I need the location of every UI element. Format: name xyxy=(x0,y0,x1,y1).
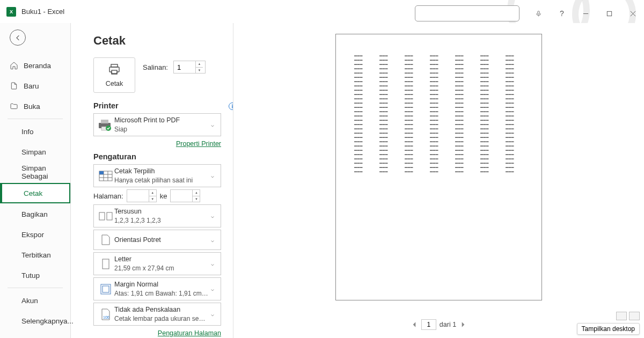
copies-label: Salinan: xyxy=(143,63,168,71)
show-desktop-button[interactable]: Tampilkan desktop xyxy=(577,323,640,335)
pages-from-input[interactable]: ▲▼ xyxy=(127,189,157,202)
maximize-button[interactable] xyxy=(604,9,614,18)
orientation-dropdown[interactable]: Orientasi Potret ⌵ xyxy=(93,230,221,250)
prev-page-button[interactable] xyxy=(411,321,418,328)
svg-rect-0 xyxy=(537,11,539,14)
sidebar-item-more[interactable]: Selengkapnya... xyxy=(0,311,70,331)
print-button[interactable]: Cetak xyxy=(93,57,135,93)
svg-rect-21 xyxy=(103,286,109,292)
minimize-button[interactable] xyxy=(581,9,590,18)
svg-rect-6 xyxy=(112,70,117,74)
sidebar-item-save[interactable]: Simpan xyxy=(0,142,70,162)
zoom-controls[interactable] xyxy=(616,312,640,320)
pages-from-label: Halaman: xyxy=(93,192,123,200)
chevron-up-icon[interactable]: ▲ xyxy=(196,61,203,68)
window-title: Buku1 - Excel xyxy=(21,8,64,16)
sidebar-item-new[interactable]: Baru xyxy=(0,76,70,96)
svg-rect-5 xyxy=(111,64,118,67)
new-icon xyxy=(10,82,18,90)
sidebar-item-open[interactable]: Buka xyxy=(0,96,70,116)
open-icon xyxy=(10,102,18,111)
sidebar-item-label: Buka xyxy=(24,102,40,111)
sidebar-item-share[interactable]: Bagikan xyxy=(0,204,70,224)
chevron-down-icon[interactable]: ▼ xyxy=(196,68,203,74)
page-title: Cetak xyxy=(93,34,221,48)
printer-properties-link[interactable]: Properti Printer xyxy=(176,140,221,148)
page-number-input[interactable] xyxy=(421,319,436,330)
titlebar: X Buku1 - Excel ? xyxy=(0,0,644,23)
printer-device-icon xyxy=(97,117,114,133)
sidebar-item-account[interactable]: Akun xyxy=(0,290,70,311)
help-icon[interactable]: ? xyxy=(557,9,567,18)
svg-rect-2 xyxy=(607,11,611,16)
copies-input[interactable]: ▲▼ xyxy=(173,61,206,74)
portrait-icon xyxy=(97,232,114,247)
print-area-dropdown[interactable]: Cetak TerpilihHanya cetak pilihan saat i… xyxy=(93,164,221,187)
back-button[interactable] xyxy=(10,30,26,46)
paper-size-dropdown[interactable]: Letter21,59 cm x 27,94 cm ⌵ xyxy=(93,252,221,275)
svg-rect-19 xyxy=(103,259,109,269)
svg-rect-18 xyxy=(107,212,112,220)
printer-dropdown[interactable]: Microsoft Print to PDFSiap ⌵ xyxy=(93,113,221,136)
grid-icon xyxy=(97,168,114,183)
scaling-icon: 100 xyxy=(97,307,114,322)
close-button[interactable] xyxy=(628,9,638,18)
margins-dropdown[interactable]: Margin NormalAtas: 1,91 cm Bawah: 1,91 c… xyxy=(93,277,221,300)
sidebar-item-close[interactable]: Tutup xyxy=(0,265,70,285)
printer-section-header: Printer i xyxy=(93,101,221,110)
sidebar-item-home[interactable]: Beranda xyxy=(0,55,70,76)
collation-icon xyxy=(97,209,114,224)
chevron-down-icon: ⌵ xyxy=(211,173,217,179)
settings-section-header: Pengaturan xyxy=(93,152,221,161)
page-setup-link[interactable]: Pengaturan Halaman xyxy=(158,329,221,337)
sidebar-item-export[interactable]: Ekspor xyxy=(0,224,70,245)
svg-text:100: 100 xyxy=(103,315,109,319)
sidebar-item-label: Beranda xyxy=(24,62,51,70)
printer-icon xyxy=(107,63,122,76)
sidebar: Beranda Baru Buka Info Simpan Simpan Seb… xyxy=(0,23,71,338)
pages-to-input[interactable]: ▲▼ xyxy=(170,189,200,202)
page-of-label: dari 1 xyxy=(440,321,456,328)
margins-icon xyxy=(97,282,114,297)
svg-rect-8 xyxy=(101,120,108,123)
scaling-dropdown[interactable]: 100 Tidak ada PenskalaanCetak lembar pad… xyxy=(93,303,221,326)
mic-icon[interactable] xyxy=(533,9,543,18)
sidebar-item-print[interactable]: Cetak xyxy=(0,183,70,203)
sidebar-item-publish[interactable]: Terbitkan xyxy=(0,245,70,265)
svg-rect-16 xyxy=(99,171,104,174)
sidebar-item-info[interactable]: Info xyxy=(0,121,70,142)
home-icon xyxy=(10,61,18,70)
next-page-button[interactable] xyxy=(459,321,467,328)
pages-to-label: ke xyxy=(160,192,167,200)
excel-icon: X xyxy=(6,7,16,17)
sidebar-item-label: Baru xyxy=(24,82,39,90)
print-preview-panel: ▬▬▬▬▬▬▬▬▬▬▬▬▬▬▬▬▬▬▬▬▬▬▬▬▬▬▬▬▬▬▬▬▬▬▬▬▬▬▬▬… xyxy=(233,23,644,338)
svg-rect-17 xyxy=(99,212,105,220)
collation-dropdown[interactable]: Tersusun1,2,3 1,2,3 1,2,3 ⌵ xyxy=(93,204,221,227)
paper-icon xyxy=(97,256,114,271)
preview-sheet: ▬▬▬▬▬▬▬▬▬▬▬▬▬▬▬▬▬▬▬▬▬▬▬▬▬▬▬▬▬▬▬▬▬▬▬▬▬▬▬▬… xyxy=(335,34,542,300)
search-input[interactable] xyxy=(415,5,519,21)
sidebar-item-saveas[interactable]: Simpan Sebagai xyxy=(0,162,70,182)
chevron-down-icon: ⌵ xyxy=(211,122,217,128)
print-settings-panel: Cetak Cetak Salinan: ▲▼ Printer i xyxy=(71,23,233,338)
